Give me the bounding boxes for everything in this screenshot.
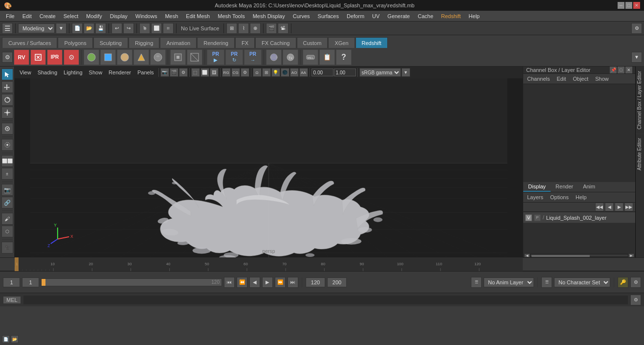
ambient-occlusion-button[interactable]: AO [290,68,299,77]
shelf-icon-pipe1[interactable]: MEL [303,49,318,65]
step-back-button[interactable]: ⏪ [237,277,247,288]
move-tool-button[interactable] [1,81,13,93]
maximize-button[interactable]: □ [625,2,632,9]
select-region-button[interactable]: ⬜ [151,23,162,34]
new-scene-bottom-button[interactable]: 📄 [2,335,10,343]
lasso-select-button[interactable]: ⌗ [163,23,174,34]
smooth-shaded-button[interactable]: ⬜ [200,68,209,77]
channels-menu[interactable]: Channels [525,75,552,83]
shelf-icon-ipr[interactable]: IPR [47,49,63,65]
vt-menu-shading[interactable]: Shading [35,69,60,76]
settings-button[interactable]: ⚙ [631,23,642,34]
tab-custom[interactable]: Custom [297,37,328,48]
menu-surfaces[interactable]: Surfaces [314,12,343,20]
menu-mesh-display[interactable]: Mesh Display [249,12,289,20]
snap-curve-button[interactable]: ⌇ [238,23,249,34]
shelf-icon-material2[interactable] [100,49,116,65]
layer-type-button[interactable]: P [534,214,541,221]
tab-curves-surfaces[interactable]: Curves / Surfaces [2,37,57,48]
shelf-pr2-button[interactable]: PR ↻ [225,49,243,65]
undo-button[interactable]: ↩ [111,23,122,34]
options-menu[interactable]: Options [548,193,571,201]
current-frame-input[interactable] [22,277,39,287]
layer-scroll-right-button[interactable]: ► [628,253,634,257]
skip-to-start-button[interactable]: ⏮ [224,277,235,288]
menu-generate[interactable]: Generate [383,12,414,20]
frame-slider[interactable]: 120 [41,278,222,286]
menu-redshift[interactable]: Redshift [437,12,465,20]
anim-layer-selector[interactable]: No Anim Layer [484,277,534,287]
scale-tool-button[interactable] [1,107,13,118]
shelf-icon-material1[interactable] [84,49,99,65]
vt-menu-view[interactable]: View [17,69,34,76]
tab-rendering[interactable]: Rendering [197,37,235,48]
snap-grid-button[interactable]: ⊞ [226,23,237,34]
coord-y-input[interactable] [334,69,356,76]
render-current-button[interactable]: 🎬 [266,23,277,34]
display-options-button[interactable]: ⚙ [241,68,249,77]
tab-display[interactable]: Display [523,182,551,192]
layer-scrollbar-thumb[interactable] [532,255,590,257]
new-file-button[interactable]: 📄 [72,23,83,34]
char-set-selector[interactable]: No Character Set [554,277,610,287]
channel-box-side-tab[interactable]: Channel Box / Layer Editor [636,67,644,134]
show-menu[interactable]: Show [593,75,611,83]
camera-select-button[interactable]: 📷 [160,68,169,77]
workspace-dropdown-button[interactable]: ▼ [56,23,67,34]
shelf-icon-obj2[interactable] [187,49,202,65]
shelf-icon-pipe2[interactable]: 📋 [319,49,335,65]
shelf-scroll-button[interactable]: ▼ [631,52,642,63]
attribute-editor-side-tab[interactable]: Attribute Editor [636,134,644,174]
minimize-button[interactable]: ─ [618,2,624,9]
shelf-icon-help[interactable]: ? [336,49,352,65]
menu-mesh-tools[interactable]: Mesh Tools [214,12,248,20]
playback-range-end-input[interactable] [306,277,325,287]
tab-rigging[interactable]: Rigging [129,37,159,48]
layer-scroll-next-button[interactable]: ▶ [615,203,623,211]
layer-scroll-prev-button[interactable]: ◀ [605,203,614,211]
tab-redshift[interactable]: Redshift [355,37,388,48]
shadow-button[interactable]: 🌑 [281,68,289,77]
anti-alias-button[interactable]: AA [299,68,308,77]
step-forward-button[interactable]: ⏩ [275,277,286,288]
menu-curves[interactable]: Curves [289,12,314,20]
tab-xgen[interactable]: XGen [328,37,355,48]
mel-tag[interactable]: MEL [3,296,21,304]
edit-menu[interactable]: Edit [555,75,568,83]
menu-windows[interactable]: Windows [132,12,161,20]
menu-modify[interactable]: Modify [82,12,106,20]
vt-menu-renderer[interactable]: Renderer [106,69,134,76]
mel-input[interactable] [23,295,628,305]
shelf-icon-obj1[interactable] [170,49,186,65]
camera-attrs-button[interactable]: ⚙ [179,68,188,77]
shelf-pr3-button[interactable]: PR → [244,49,262,65]
open-scene-bottom-button[interactable]: 📂 [11,335,19,343]
menu-mesh[interactable]: Mesh [161,12,182,20]
menu-uv[interactable]: UV [368,12,383,20]
tab-anim[interactable]: Anim [578,182,600,192]
coord-x-input[interactable] [311,69,333,76]
select-tool-button[interactable]: 🖱 [139,23,150,34]
tab-animation[interactable]: Animation [160,37,197,48]
color-mode-selector[interactable]: sRGB gamma [359,68,401,77]
open-file-button[interactable]: 📂 [84,23,94,34]
layer-scroll-left-button[interactable]: ◄ [524,253,530,257]
close-button[interactable]: ✕ [633,2,640,9]
shelf-icon-material5[interactable] [150,49,166,65]
rotate-tool-button[interactable] [1,94,13,106]
wireframe-button[interactable]: ⬚ [191,68,200,77]
autokey-button[interactable]: 🔑 [618,277,628,288]
camera-settings-button[interactable]: 🎬 [170,68,178,77]
menu-edit[interactable]: Edit [19,12,36,20]
tab-sculpting[interactable]: Sculpting [93,37,128,48]
menu-create[interactable]: Create [36,12,60,20]
hypershade-button[interactable]: 🔗 [1,197,13,208]
menu-file[interactable]: File [2,12,19,20]
preferences-button[interactable]: ⚙ [630,277,641,288]
shelf-icon-tex1[interactable] [266,49,282,65]
save-file-button[interactable]: 💾 [95,23,106,34]
shelf-icon-rv[interactable]: RV [14,49,29,65]
bottom-settings-button[interactable]: ⚙ [630,295,641,305]
texture-button[interactable]: 🖼 [210,68,219,77]
deform-button[interactable]: ⬡ [1,226,13,237]
